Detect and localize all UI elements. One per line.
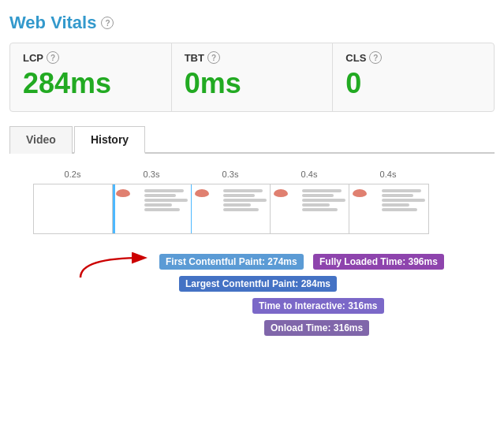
vital-label-cls-text: CLS [345,52,366,64]
tabs-row: Video History [9,125,495,154]
filmstrip-frame-0[interactable] [34,184,113,233]
badge-flt: Fully Loaded Time: 396ms [313,254,444,270]
cls-help-icon[interactable]: ? [369,51,382,64]
vital-label-cls: CLS ? [345,51,481,64]
time-label-3: 0.4s [270,169,349,179]
vital-label-tbt-text: TBT [185,52,204,64]
vital-label-lcp: LCP ? [23,51,159,64]
badge-tti: Time to Interactive: 316ms [252,298,384,314]
filmstrip-frames [33,184,429,234]
vital-value-lcp: 284ms [23,67,159,100]
tbt-help-icon[interactable]: ? [207,51,220,64]
time-label-4: 0.4s [349,169,427,179]
vital-label-tbt: TBT ? [185,51,320,64]
vitals-cards: LCP ? 284ms TBT ? 0ms CLS ? 0 [9,43,495,112]
time-label-1: 0.3s [112,169,191,179]
badge-onload: Onload Time: 316ms [264,320,369,336]
vital-card-cls: CLS ? 0 [333,43,494,111]
lcp-help-icon[interactable]: ? [47,51,59,64]
vital-label-lcp-text: LCP [23,52,43,64]
web-vitals-header: Web Vitals ? [9,13,495,33]
annotations-container: First Contentful Paint: 274msFully Loade… [33,242,495,352]
time-labels-row: 0.2s0.3s0.3s0.4s0.4s [33,169,495,179]
vital-card-tbt: TBT ? 0ms [172,43,334,111]
tab-history[interactable]: History [74,126,145,154]
vital-value-cls: 0 [345,67,481,100]
filmstrip-frame-4[interactable] [349,184,428,233]
page-container: Web Vitals ? LCP ? 284ms TBT ? 0ms CLS ?… [0,0,504,352]
badge-fcp: First Contentful Paint: 274ms [159,254,304,270]
red-arrow-svg [73,250,167,285]
web-vitals-help-icon[interactable]: ? [101,17,114,29]
web-vitals-title: Web Vitals [9,13,96,33]
filmstrip-wrapper [33,184,495,234]
filmstrip-frame-3[interactable] [271,184,349,233]
timeline-section: 0.2s0.3s0.3s0.4s0.4s First Contentful Pa… [9,169,495,352]
time-label-2: 0.3s [191,169,270,179]
time-label-0: 0.2s [33,169,112,179]
tab-video[interactable]: Video [9,126,73,154]
vital-card-lcp: LCP ? 284ms [10,43,172,111]
filmstrip-frame-2[interactable] [192,184,271,233]
badge-lcp: Largest Contentful Paint: 284ms [179,276,337,292]
filmstrip-frame-1[interactable] [113,184,192,233]
vital-value-tbt: 0ms [185,67,320,100]
